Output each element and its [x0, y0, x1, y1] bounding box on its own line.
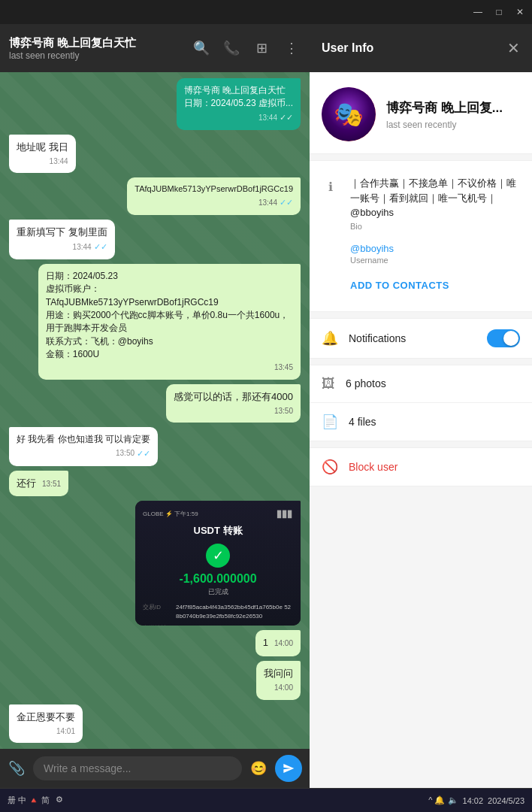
list-item: 好 我先看 你也知道我 可以肯定要 13:50 ✓✓: [9, 427, 158, 465]
block-label: Block user: [349, 461, 397, 473]
msg-text: 博弈号商 晚上回复白天忙日期：2024/05.23 虚拟币...: [184, 84, 293, 111]
taskbar-settings-icon[interactable]: ⚙: [56, 795, 63, 806]
block-icon: 🚫: [322, 459, 338, 475]
list-item: 1 14:00: [255, 630, 301, 656]
files-label: 4 files: [349, 416, 520, 428]
tx-details: 交易ID 24f7f85acab4f43a3562bb45df1a765b0e …: [143, 603, 293, 626]
photos-row[interactable]: 🖼 6 photos: [310, 365, 532, 403]
msg-text: 我问问: [264, 667, 293, 681]
photos-label: 6 photos: [346, 377, 520, 389]
username-row: @bboyihs Username: [322, 237, 520, 271]
close-button[interactable]: ✕: [514, 6, 526, 18]
notifications-label: Notifications: [349, 332, 487, 344]
screenshot-image: GLOBE ⚡ 下午1:59 ▊▊▊ USDT 转账 ✓ -1,600.0000…: [135, 501, 301, 626]
minimize-button[interactable]: —: [472, 6, 484, 18]
chat-header-info: 博弈号商 晚上回复白天忙 last seen recently: [9, 36, 185, 61]
usdt-title: USDT 转账: [194, 524, 243, 538]
msg-text: 日期：2024/05.23虚拟币账户：TAfqJUBMke5713yYPserw…: [46, 270, 293, 362]
username-spacer: [322, 244, 340, 262]
username-label: Username: [350, 256, 520, 265]
taskbar: 册 中 🔺 简 ⚙ ^ 🔔 🔈 14:02 2024/5/23: [0, 788, 532, 812]
info-icon: ℹ: [322, 177, 340, 195]
bio-row: ℹ ｜合作共赢｜不接急单｜不议价格｜唯一账号｜看到就回｜唯一飞机号｜@bboyi…: [322, 170, 520, 237]
taskbar-date: 2024/5/23: [488, 796, 524, 805]
phone-icon[interactable]: 📞: [222, 39, 240, 57]
block-section: 🚫 Block user: [310, 447, 532, 486]
avatar: 🎭: [322, 87, 376, 141]
title-bar: — □ ✕: [0, 0, 532, 24]
main-container: 博弈号商 晚上回复白天忙 last seen recently 🔍 📞 ⊞ ⋮ …: [0, 24, 532, 788]
msg-text: 1: [263, 636, 268, 650]
amount-display: -1,600.000000: [179, 572, 256, 586]
taskbar-left: 册 中 🔺 简 ⚙: [8, 795, 63, 806]
block-row[interactable]: 🚫 Block user: [310, 448, 532, 486]
msg-text: 还行: [17, 477, 36, 491]
taskbar-ime: 册 中 🔺 简: [8, 795, 50, 806]
list-item: GLOBE ⚡ 下午1:59 ▊▊▊ USDT 转账 ✓ -1,600.0000…: [135, 501, 301, 626]
list-item: 我问问 14:00: [256, 661, 301, 699]
add-to-contacts-button[interactable]: ADD TO CONTACTS: [350, 277, 449, 294]
bio-text: ｜合作共赢｜不接急单｜不议价格｜唯一账号｜看到就回｜唯一飞机号｜@bboyihs: [350, 176, 520, 220]
profile-name: 博弈号商 晚上回复...: [386, 99, 520, 117]
list-item: 地址呢 我日 13:44: [9, 135, 76, 173]
files-icon: 📄: [322, 414, 338, 430]
msg-text: 感觉可以的话，那还有4000: [174, 390, 293, 404]
avatar-image: 🎭: [322, 87, 376, 141]
profile-info: 博弈号商 晚上回复... last seen recently: [386, 99, 520, 130]
completed-text: 已完成: [208, 587, 228, 597]
bio-content: ｜合作共赢｜不接急单｜不议价格｜唯一账号｜看到就回｜唯一飞机号｜@bboyihs…: [350, 176, 520, 231]
files-row[interactable]: 📄 4 files: [310, 403, 532, 441]
notifications-row: 🔔 Notifications: [310, 318, 532, 359]
attachment-icon[interactable]: 📎: [8, 759, 26, 777]
window-controls: — □ ✕: [472, 6, 526, 18]
message-input[interactable]: [33, 756, 242, 780]
username-link[interactable]: @bboyihs: [350, 243, 520, 254]
user-info-panel: User Info ✕ 🎭 博弈号商 晚上回复... last seen rec…: [310, 24, 532, 788]
list-item: 日期：2024/05.23虚拟币账户：TAfqJUBMke5713yYPserw…: [38, 264, 301, 380]
chat-input-area: 📎 😊: [0, 749, 310, 788]
list-item: 还行 13:51: [9, 471, 68, 497]
contacts-spacer: [322, 278, 340, 296]
chat-status: last seen recently: [9, 50, 185, 61]
maximize-button[interactable]: □: [493, 6, 505, 18]
photos-icon: 🖼: [322, 376, 335, 392]
bio-section: ℹ ｜合作共赢｜不接急单｜不议价格｜唯一账号｜看到就回｜唯一飞机号｜@bboyi…: [310, 160, 532, 312]
layout-icon[interactable]: ⊞: [252, 39, 271, 57]
list-item: TAfqJUBMke5713yYPserwrDBof1jRGCc19 13:44…: [127, 177, 301, 215]
msg-text: 重新填写下 复制里面: [17, 226, 107, 240]
more-icon[interactable]: ⋮: [283, 39, 301, 57]
add-contacts-row: ADD TO CONTACTS: [322, 271, 520, 302]
emoji-icon[interactable]: 😊: [249, 759, 268, 777]
close-button[interactable]: ✕: [507, 39, 520, 57]
msg-text: TAfqJUBMke5713yYPserwrDBof1jRGCc19: [135, 183, 293, 195]
bio-label: Bio: [350, 222, 520, 231]
phone-header: GLOBE ⚡ 下午1:59 ▊▊▊: [143, 510, 293, 518]
username-content: @bboyihs Username: [350, 243, 520, 265]
chat-name: 博弈号商 晚上回复白天忙: [9, 36, 185, 50]
bell-icon: 🔔: [322, 330, 338, 347]
notifications-toggle[interactable]: [487, 329, 520, 347]
user-info-header: User Info ✕: [310, 24, 532, 72]
list-item: 金正恩要不要 14:01: [9, 704, 83, 743]
search-icon[interactable]: 🔍: [192, 39, 210, 57]
chat-header-icons: 🔍 📞 ⊞ ⋮: [192, 39, 301, 57]
user-info-title: User Info: [322, 41, 373, 55]
chat-panel: 博弈号商 晚上回复白天忙 last seen recently 🔍 📞 ⊞ ⋮ …: [0, 24, 310, 788]
list-item: 博弈号商 晚上回复白天忙日期：2024/05.23 虚拟币... 13:44 ✓…: [177, 78, 301, 130]
messages-area[interactable]: 博弈号商 晚上回复白天忙日期：2024/05.23 虚拟币... 13:44 ✓…: [0, 72, 310, 749]
profile-section: 🎭 博弈号商 晚上回复... last seen recently: [310, 72, 532, 154]
list-item: 重新填写下 复制里面 13:44 ✓✓: [9, 220, 115, 259]
toggle-knob: [503, 331, 518, 346]
chat-header: 博弈号商 晚上回复白天忙 last seen recently 🔍 📞 ⊞ ⋮: [0, 24, 310, 72]
taskbar-right: ^ 🔔 🔈 14:02 2024/5/23: [428, 795, 524, 805]
media-section: 🖼 6 photos 📄 4 files: [310, 365, 532, 441]
msg-text: 地址呢 我日: [17, 141, 68, 155]
list-item: 感觉可以的话，那还有4000 13:50: [166, 384, 301, 423]
profile-status: last seen recently: [386, 120, 520, 130]
taskbar-system-icons: ^ 🔔 🔈: [428, 795, 458, 805]
msg-text: 金正恩要不要: [17, 710, 75, 725]
msg-text: 好 我先看 你也知道我 可以肯定要: [17, 433, 150, 446]
success-icon: ✓: [206, 544, 230, 568]
send-button[interactable]: [275, 755, 302, 782]
taskbar-time: 14:02: [463, 796, 484, 805]
